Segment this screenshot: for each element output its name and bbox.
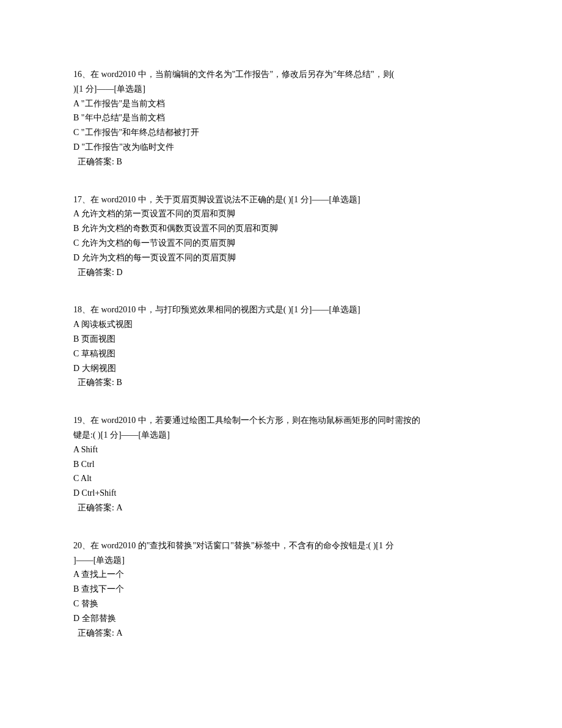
stem-line-1: 19、在 word2010 中，若要通过绘图工具绘制一个长方形，则在拖动鼠标画矩… — [73, 416, 420, 425]
option-b: B 查找下一个 — [73, 582, 489, 597]
option-a: A 阅读板式视图 — [73, 317, 489, 332]
option-a: A 查找上一个 — [73, 567, 489, 582]
option-a: A 允许文档的第一页设置不同的页眉和页脚 — [73, 207, 489, 221]
option-c: C "工作报告"和年终总结都被打开 — [73, 125, 489, 140]
option-d: D Ctrl+Shift — [73, 486, 489, 501]
correct-answer: 正确答案: A — [73, 626, 489, 641]
stem-line-2: 键是:( )[1 分]——[单选题] — [73, 430, 170, 439]
option-c: C 允许为文档的每一节设置不同的页眉页脚 — [73, 236, 489, 251]
question-stem: 17、在 word2010 中，关于页眉页脚设置说法不正确的是( )[1 分]—… — [73, 193, 489, 207]
option-b: B 允许为文档的奇数页和偶数页设置不同的页眉和页脚 — [73, 221, 489, 236]
stem-line-1: 20、在 word2010 的"查找和替换"对话窗口"替换"标签中，不含有的命令… — [73, 541, 394, 550]
option-a: A "工作报告"是当前文档 — [73, 97, 489, 111]
correct-answer: 正确答案: A — [73, 501, 489, 515]
option-b: B Ctrl — [73, 457, 489, 472]
stem-line-2: )[1 分]——[单选题] — [73, 84, 145, 94]
option-d: D 允许为文档的每一页设置不同的页眉页脚 — [73, 251, 489, 265]
stem-line-2: ]——[单选题] — [73, 556, 125, 565]
option-c: C 替换 — [73, 597, 489, 611]
stem-line-1: 17、在 word2010 中，关于页眉页脚设置说法不正确的是( )[1 分]—… — [73, 195, 360, 204]
question-18: 18、在 word2010 中，与打印预览效果相同的视图方式是( )[1 分]—… — [73, 303, 489, 390]
correct-answer: 正确答案: B — [73, 375, 489, 390]
stem-line-1: 18、在 word2010 中，与打印预览效果相同的视图方式是( )[1 分]—… — [73, 305, 360, 314]
option-d: D 全部替换 — [73, 611, 489, 626]
option-b: B 页面视图 — [73, 332, 489, 347]
correct-answer: 正确答案: B — [73, 155, 489, 169]
option-c: C Alt — [73, 471, 489, 486]
question-19: 19、在 word2010 中，若要通过绘图工具绘制一个长方形，则在拖动鼠标画矩… — [73, 413, 489, 515]
question-17: 17、在 word2010 中，关于页眉页脚设置说法不正确的是( )[1 分]—… — [73, 193, 489, 280]
question-stem: 16、在 word2010 中，当前编辑的文件名为"工作报告"，修改后另存为"年… — [73, 67, 489, 97]
option-d: D 大纲视图 — [73, 361, 489, 376]
question-stem: 20、在 word2010 的"查找和替换"对话窗口"替换"标签中，不含有的命令… — [73, 539, 489, 568]
stem-line-1: 16、在 word2010 中，当前编辑的文件名为"工作报告"，修改后另存为"年… — [73, 70, 394, 79]
question-20: 20、在 word2010 的"查找和替换"对话窗口"替换"标签中，不含有的命令… — [73, 539, 489, 641]
correct-answer: 正确答案: D — [73, 265, 489, 280]
question-16: 16、在 word2010 中，当前编辑的文件名为"工作报告"，修改后另存为"年… — [73, 67, 489, 169]
option-a: A Shift — [73, 443, 489, 457]
option-b: B "年中总结"是当前文档 — [73, 111, 489, 125]
option-c: C 草稿视图 — [73, 347, 489, 361]
question-stem: 19、在 word2010 中，若要通过绘图工具绘制一个长方形，则在拖动鼠标画矩… — [73, 413, 489, 443]
question-stem: 18、在 word2010 中，与打印预览效果相同的视图方式是( )[1 分]—… — [73, 303, 489, 317]
option-d: D "工作报告"改为临时文件 — [73, 140, 489, 155]
